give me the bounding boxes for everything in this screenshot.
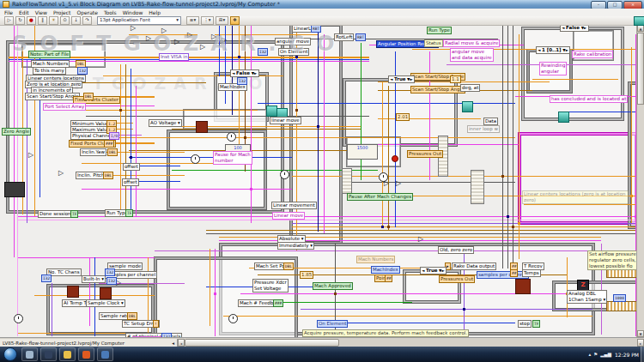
terminal[interactable]: I/O <box>109 132 119 140</box>
vi-node-icon[interactable] <box>515 279 531 294</box>
diagram-label[interactable]: Mach Approved <box>313 282 353 290</box>
menu-operate[interactable]: Operate <box>76 9 97 15</box>
diagram-label[interactable]: Zero Angle <box>2 128 31 136</box>
terminal[interactable]: DBL <box>103 172 113 179</box>
diagram-label[interactable]: angular move <box>275 38 311 45</box>
diagram-label[interactable]: Acquire pressure, temperature data. Perf… <box>302 329 469 337</box>
operator-icon[interactable]: ▷ <box>187 32 192 39</box>
diagram-label[interactable]: MachIndex <box>371 266 400 274</box>
diagram-label[interactable]: Pressures Out <box>407 150 443 158</box>
terminal[interactable]: I32 <box>237 77 247 85</box>
abort-button[interactable]: ● <box>27 16 36 25</box>
operator-icon[interactable]: ▷ <box>396 180 401 187</box>
menu-edit[interactable]: Edit <box>19 9 29 15</box>
taskbar-app-folder[interactable] <box>59 347 76 361</box>
terminal[interactable]: I32 <box>41 275 52 282</box>
terminal[interactable]: 1000 <box>613 294 626 302</box>
terminal[interactable]: DBL <box>107 148 118 156</box>
terminal[interactable]: I32 <box>106 277 117 285</box>
tray-icon-1[interactable]: ▴ <box>589 352 592 357</box>
run-button[interactable]: ▷ <box>4 16 14 25</box>
terminal[interactable]: DBL <box>283 262 294 270</box>
abort-node-icon[interactable] <box>392 155 398 162</box>
dropdown-selector[interactable]: Analog DBL 1Chan 1Samp <box>567 290 607 304</box>
diagram-label[interactable]: Linear centers locations (zero is at loc… <box>522 190 629 204</box>
highlight-execution-button[interactable]: ☀ <box>49 16 58 25</box>
terminal[interactable]: ### <box>273 299 283 307</box>
dropdown-selector[interactable]: AO Voltage <box>149 119 182 127</box>
terminal[interactable]: RBT <box>355 33 366 41</box>
diagram-label[interactable]: Pause After Mach Changes <box>347 193 413 201</box>
step-over-button[interactable]: ↷ <box>82 16 92 25</box>
scroll-right-arrow[interactable]: ▸ <box>637 339 644 347</box>
operator-icon[interactable]: ▷ <box>174 39 179 45</box>
vi-node-icon[interactable] <box>196 121 208 133</box>
array-constant[interactable] <box>606 301 637 311</box>
diagram-label[interactable]: Rake Data output <box>452 262 496 270</box>
diagram-label[interactable]: Sample rate <box>99 312 131 320</box>
unbundle-stack[interactable] <box>471 170 484 204</box>
menu-project[interactable]: Project <box>53 9 71 15</box>
diagram-label[interactable]: Temps <box>522 269 541 277</box>
daq-node-icon[interactable] <box>558 112 569 123</box>
step-into-button[interactable]: ↓ <box>71 16 81 25</box>
diagram-label[interactable]: Note: Part of File <box>28 51 70 58</box>
vi-node-icon[interactable] <box>100 287 112 299</box>
diagram-label[interactable]: Inst VISA in <box>159 53 189 61</box>
pause-button[interactable]: ‖ <box>38 16 47 25</box>
terminal[interactable]: ! <box>153 320 159 328</box>
diagram-label[interactable]: angular move and data acquire <box>450 48 494 62</box>
operator-icon[interactable]: ▷ <box>200 44 205 51</box>
diagram-label[interactable]: Set airflow pressure regulator zero cell… <box>587 250 637 270</box>
diagram-label[interactable]: offset <box>123 163 140 171</box>
case-selector[interactable]: False <box>560 25 589 32</box>
diagram-label[interactable]: Rewinding angular <box>539 62 567 75</box>
taskbar-app-2[interactable] <box>40 347 57 361</box>
diagram-label[interactable]: Pressure Xdcr Set Voltage <box>252 279 289 293</box>
project-context[interactable]: LV85-Rake-flow-tunnel-project2.lvproj/My… <box>0 339 178 347</box>
vertical-scrollbar[interactable]: ▲ ▼ <box>636 25 644 337</box>
diagram-label[interactable]: Linear movement <box>271 202 317 209</box>
terminal[interactable]: I32 <box>258 48 268 56</box>
vertical-scroll-thumb[interactable] <box>637 33 644 105</box>
wait-timer-icon[interactable] <box>227 132 236 142</box>
run-continuous-button[interactable]: ↻ <box>15 16 25 25</box>
clean-up-diagram-button[interactable]: ❖ <box>230 16 240 25</box>
terminal[interactable]: DBL <box>127 312 137 320</box>
diagram-label[interactable]: Mach Numbers <box>356 256 395 263</box>
highlight-region[interactable] <box>519 133 637 224</box>
diagram-label[interactable]: Scan Start/Stop Angle <box>410 86 465 94</box>
diagram-label[interactable]: stop <box>518 320 532 328</box>
dropdown-selector[interactable]: Sample Clock <box>86 299 125 307</box>
terminal[interactable]: ## <box>385 275 392 282</box>
diagram-label[interactable]: Old, zero zero <box>438 246 474 254</box>
scroll-down-arrow[interactable]: ▼ <box>637 330 644 337</box>
diagram-label[interactable]: Status <box>424 39 443 47</box>
vi-icon[interactable] <box>634 16 644 26</box>
menu-view[interactable]: View <box>35 9 47 15</box>
diagram-label[interactable]: Rake calibration <box>572 51 613 58</box>
diagram-label[interactable]: Inclin.Yaw <box>80 148 106 156</box>
diagram-label[interactable]: On Element <box>278 48 309 56</box>
show-desktop-button[interactable] <box>641 347 644 362</box>
diagram-label[interactable]: To this many <box>33 67 66 75</box>
tray-icon-3[interactable]: ▂▄▆ <box>600 352 611 357</box>
menu-help[interactable]: Help <box>149 9 161 15</box>
wait-timer-icon[interactable] <box>280 170 289 179</box>
font-selector[interactable]: 13pt Application Font ▾ <box>97 16 181 25</box>
wait-metronome-icon[interactable]: 1500 <box>347 144 378 160</box>
operator-icon[interactable]: ▷ <box>146 35 151 42</box>
dropdown-selector[interactable]: Built-In <box>82 275 106 283</box>
diagram-label[interactable]: linear move <box>270 117 301 124</box>
vi-node-icon[interactable] <box>67 286 79 298</box>
menu-tools[interactable]: Tools <box>104 9 117 15</box>
diagram-label[interactable]: Inclin. Pitch <box>76 172 106 179</box>
retain-wire-values-button[interactable]: ⊙ <box>60 16 70 25</box>
taskbar-app-3[interactable] <box>97 347 113 361</box>
diagram-label[interactable]: On Element <box>317 320 348 328</box>
terminal[interactable]: TF <box>532 320 540 328</box>
distribute-objects-button[interactable]: ⋮▾ <box>201 16 214 25</box>
diagram-label[interactable]: Pause for Mach number <box>213 151 252 165</box>
diagram-label[interactable]: Data <box>483 118 498 125</box>
wait-timer-icon[interactable] <box>191 154 200 164</box>
